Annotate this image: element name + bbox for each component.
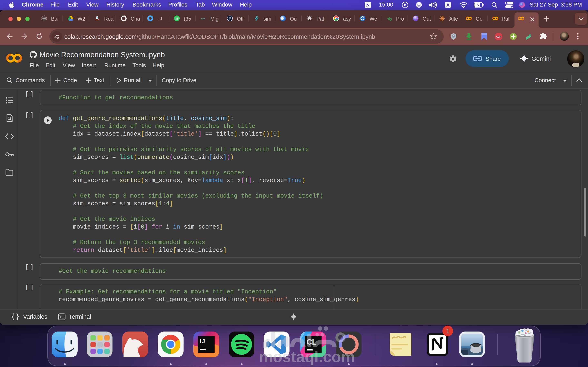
svg-text:IJ: IJ — [200, 338, 205, 345]
svg-text:g: g — [309, 17, 310, 20]
svg-text:A: A — [446, 2, 450, 8]
svg-text:ABP: ABP — [496, 35, 502, 38]
svg-text:35: 35 — [175, 17, 179, 20]
svg-text:N: N — [366, 2, 370, 8]
